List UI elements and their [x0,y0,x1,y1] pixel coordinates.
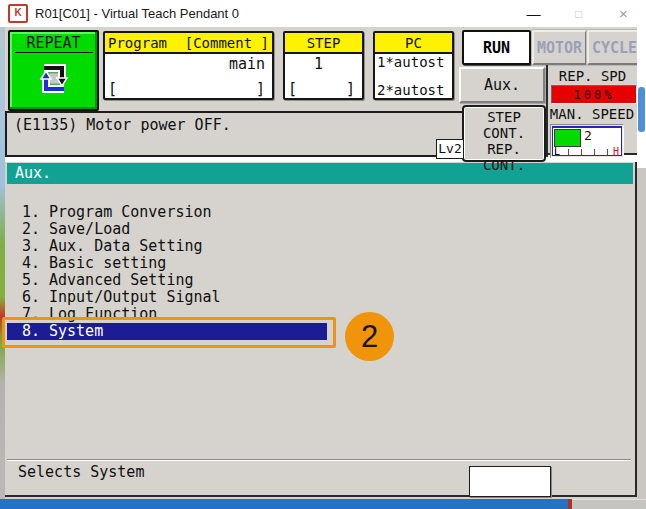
titlebar: K R01[C01] - Virtual Teach Pendant 0 — □… [0,0,646,28]
app-icon: K [8,4,28,23]
speed-gauge-ticks [555,149,619,155]
program-display-box[interactable]: Program [Comment ] main [ ] [103,31,274,100]
taskbar-gray-segment [572,499,646,509]
annotation-step-badge: 2 [345,312,394,361]
close-icon[interactable]: × [601,0,646,27]
program-header: Program [Comment ] [105,33,272,54]
menu-item-advanced-setting[interactable]: 5. Advanced Setting [7,272,327,289]
program-header-label: Program [108,35,167,51]
menu-item-basic-setting[interactable]: 4. Basic setting [7,255,327,272]
right-edge-sliver [637,168,646,499]
speed-gauge-high-label: H [613,146,619,157]
manual-speed-gauge[interactable]: 2 L H [550,124,624,158]
menu-item-label: Save/Load [49,221,130,238]
continuous-mode-box[interactable]: STEP CONT. REP. CONT. [462,105,546,162]
run-button[interactable]: RUN [462,30,531,65]
pc-display-box[interactable]: PC 1*autost 2*autost [373,31,454,100]
pc-program-2: 2*autost [377,82,444,98]
menu-item-number: 5. [22,272,49,289]
pc-header-label: PC [405,35,422,51]
step-bracket-close: ] [346,80,355,98]
error-message-bar: (E1135) Motor power OFF. [5,111,470,157]
menu-item-number: 6. [22,289,49,306]
window-controls: — □ × [511,0,646,27]
speed-gauge-value: 2 [584,128,592,143]
program-name-value: main [229,55,265,73]
aux-button[interactable]: Aux. [459,67,545,103]
menu-item-label: Basic setting [49,255,166,272]
window-title: R01[C01] - Virtual Teach Pendant 0 [35,6,239,21]
scrollbar-thumb[interactable] [638,87,645,132]
comment-header-label: [Comment ] [185,35,269,51]
step-display-box[interactable]: STEP 1 [ ] [283,31,364,100]
menu-item-number: 4. [22,255,49,272]
scrollbar-track[interactable] [637,27,646,168]
step-bracket-open: [ [288,80,297,98]
app-window: K R01[C01] - Virtual Teach Pendant 0 — □… [0,0,646,509]
speed-gauge-low-label: L [554,146,560,157]
annotation-highlight-rect [2,317,336,348]
menu-item-number: 2. [22,221,49,238]
menu-item-aux-data-setting[interactable]: 3. Aux. Data Setting [7,238,327,255]
menu-item-label: Program Conversion [49,204,212,221]
maximize-icon: □ [556,0,601,27]
program-bracket-close: ] [256,80,265,98]
taskbar-edge [0,499,646,509]
level-indicator: Lv2 [436,139,464,159]
menu-item-save-load[interactable]: 2. Save/Load [7,221,327,238]
menu-item-number: 3. [22,238,49,255]
rep-cont-label: REP. CONT. [464,141,544,173]
speed-gauge-fill [554,129,581,147]
rep-spd-label: REP. SPD [548,68,637,84]
menu-item-input-output-signal[interactable]: 6. Input/Output Signal [7,289,327,306]
keyin-input[interactable] [469,466,551,497]
pc-program-1: 1*autost [377,54,444,70]
menu-item-label: Advanced Setting [49,272,194,289]
man-speed-label: MAN. SPEED [546,106,638,122]
step-cont-label: STEP CONT. [464,109,544,141]
menu-item-label: Input/Output Signal [49,289,221,306]
repeat-cycle-icon [36,60,72,96]
menu-item-program-conversion[interactable]: 1. Program Conversion [7,204,327,221]
pc-header: PC [375,33,452,54]
minimize-icon[interactable]: — [511,0,556,27]
program-bracket-open: [ [108,80,117,98]
motor-button[interactable]: MOTOR [532,30,587,65]
step-header: STEP [285,33,362,54]
cycle-button[interactable]: CYCLE [587,30,642,65]
status-text: Selects System [18,463,144,481]
repeat-label: REPEAT [15,34,93,53]
menu-item-label: Aux. Data Setting [49,238,203,255]
rep-spd-value-bar[interactable]: 100% [551,85,637,104]
repeat-mode-button[interactable]: REPEAT [8,30,99,111]
step-header-label: STEP [307,35,341,51]
menu-item-number: 1. [22,204,49,221]
step-value: 1 [285,55,352,73]
status-divider [7,459,631,461]
